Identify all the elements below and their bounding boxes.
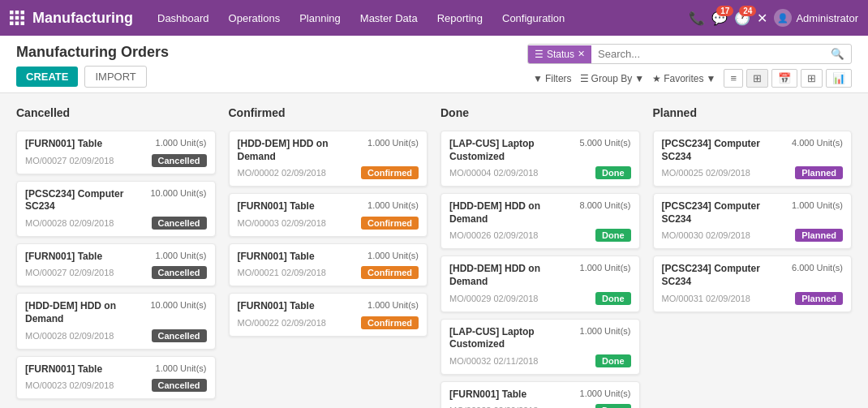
status-badge: Done [595,404,631,408]
kanban-card[interactable]: [FURN001] Table1.000 Unit(s)MO/00022 02/… [229,293,428,337]
kanban-card[interactable]: [PCSC234] Computer SC2344.000 Unit(s)MO/… [653,131,853,187]
kanban-card[interactable]: [HDD-DEM] HDD on Demand8.000 Unit(s)MO/0… [440,193,640,249]
view-toggle: ≡ ⊞ 📅 ⊞ 📊 [724,69,852,88]
kanban-card[interactable]: [FURN001] Table1.000 Unit(s)MO/00023 02/… [440,381,640,408]
kanban-card[interactable]: [FURN001] Table1.000 Unit(s)MO/00003 02/… [229,193,428,237]
card-quantity: 1.000 Unit(s) [580,389,631,398]
import-button[interactable]: IMPORT [84,66,146,88]
search-input[interactable] [591,45,824,63]
messages-icon[interactable]: 💬 17 [711,11,728,26]
subheader-actions: CREATE IMPORT [16,66,169,88]
favorites-button[interactable]: ★ Favorites ▼ [652,73,715,84]
subheader-left: Manufacturing Orders CREATE IMPORT [16,44,169,88]
card-bottom: MO/00026 02/09/2018Done [449,229,631,242]
user-menu[interactable]: 👤 Administrator [774,9,858,27]
kanban-column-done: Done[LAP-CUS] Laptop Customized5.000 Uni… [440,106,640,408]
app-brand: Manufacturing [32,10,133,27]
card-reference: MO/00027 02/09/2018 [25,156,114,165]
card-bottom: MO/00028 02/09/2018Cancelled [25,217,207,230]
svg-rect-8 [21,22,25,26]
filters-button[interactable]: ▼ Filters [533,73,572,84]
kanban-card[interactable]: [FURN001] Table1.000 Unit(s)MO/00023 02/… [16,356,216,400]
kanban-card[interactable]: [FURN001] Table1.000 Unit(s)MO/00021 02/… [229,243,428,287]
search-tag-remove[interactable]: ✕ [578,49,585,59]
menu-operations[interactable]: Operations [221,7,289,29]
card-name: [FURN001] Table [238,251,363,264]
list-view-button[interactable]: ≡ [724,69,743,88]
status-badge: Done [595,354,631,367]
card-quantity: 1.000 Unit(s) [580,326,631,336]
card-top: [FURN001] Table1.000 Unit(s) [238,251,419,264]
card-top: [HDD-DEM] HDD on Demand10.000 Unit(s) [25,300,207,325]
phone-icon[interactable]: 📞 [689,11,705,26]
menu-configuration[interactable]: Configuration [494,7,573,29]
kanban-card[interactable]: [LAP-CUS] Laptop Customized5.000 Unit(s)… [440,131,640,187]
card-bottom: MO/00002 02/09/2018Confirmed [238,166,419,179]
graph-view-button[interactable]: 📊 [826,69,852,88]
card-top: [HDD-DEM] HDD on Demand1.000 Unit(s) [449,263,631,288]
svg-rect-6 [10,22,14,26]
card-quantity: 4.000 Unit(s) [792,138,843,148]
card-reference: MO/00023 02/09/2018 [25,380,114,390]
card-quantity: 1.000 Unit(s) [367,251,419,260]
main-menu: Dashboard Operations Planning Master Dat… [149,7,689,29]
card-top: [PCSC234] Computer SC2346.000 Unit(s) [662,263,844,288]
card-bottom: MO/00021 02/09/2018Confirmed [238,266,419,279]
card-bottom: MO/00023 02/09/2018Cancelled [25,379,207,392]
svg-rect-0 [10,11,14,15]
card-name: [HDD-DEM] HDD on Demand [449,200,575,225]
kanban-column-planned: Planned[PCSC234] Computer SC2344.000 Uni… [653,106,853,408]
card-reference: MO/00022 02/09/2018 [238,318,326,328]
kanban-card[interactable]: [HDD-DEM] HDD on Demand1.000 Unit(s)MO/0… [229,131,428,187]
kanban-card[interactable]: [FURN001] Table1.000 Unit(s)MO/00027 02/… [16,131,216,174]
messages-badge: 17 [716,6,733,16]
page-title: Manufacturing Orders [16,44,169,61]
card-top: [FURN001] Table1.000 Unit(s) [449,389,631,402]
kanban-view-button[interactable]: ⊞ [746,69,768,88]
kanban-card[interactable]: [PCSC234] Computer SC2341.000 Unit(s)MO/… [653,193,853,249]
kanban-card[interactable]: [FURN001] Table1.000 Unit(s)MO/00027 02/… [16,243,216,287]
subheader: Manufacturing Orders CREATE IMPORT ☰ Sta… [0,36,868,93]
menu-master-data[interactable]: Master Data [352,7,426,29]
kanban-card[interactable]: [LAP-CUS] Laptop Customized1.000 Unit(s)… [440,319,640,375]
pivot-view-button[interactable]: ⊞ [801,69,823,88]
card-reference: MO/00026 02/09/2018 [449,230,538,240]
grid-menu-icon[interactable] [10,11,24,25]
card-name: [HDD-DEM] HDD on Demand [25,300,145,325]
activity-icon[interactable]: 🕐 24 [734,11,750,26]
close-icon[interactable]: ✕ [757,11,767,26]
group-by-button[interactable]: ☰ Group By ▼ [580,73,645,84]
card-bottom: MO/00029 02/09/2018Done [449,292,631,305]
card-quantity: 1.000 Unit(s) [580,263,631,273]
kanban-card[interactable]: [HDD-DEM] HDD on Demand10.000 Unit(s)MO/… [16,293,216,349]
calendar-view-button[interactable]: 📅 [771,69,797,88]
kanban-card[interactable]: [PCSC234] Computer SC2346.000 Unit(s)MO/… [653,256,853,311]
card-reference: MO/00031 02/09/2018 [662,294,750,303]
card-name: [FURN001] Table [238,300,363,313]
menu-reporting[interactable]: Reporting [429,7,491,29]
search-submit-button[interactable]: 🔍 [824,45,851,63]
menu-planning[interactable]: Planning [291,7,349,29]
svg-rect-2 [21,11,25,15]
activity-badge: 24 [739,6,756,16]
card-name: [PCSC234] Computer SC234 [662,138,788,163]
card-top: [PCSC234] Computer SC23410.000 Unit(s) [25,188,207,213]
card-quantity: 1.000 Unit(s) [792,200,843,210]
card-quantity: 5.000 Unit(s) [580,138,631,148]
card-name: [PCSC234] Computer SC234 [662,263,788,288]
status-badge: Cancelled [152,217,207,230]
create-button[interactable]: CREATE [16,67,78,87]
menu-dashboard[interactable]: Dashboard [149,7,217,29]
card-top: [HDD-DEM] HDD on Demand1.000 Unit(s) [238,138,419,163]
kanban-card[interactable]: [HDD-DEM] HDD on Demand1.000 Unit(s)MO/0… [440,256,640,311]
status-badge: Cancelled [152,154,207,167]
card-quantity: 1.000 Unit(s) [367,200,419,210]
status-badge: Confirmed [361,217,419,230]
filter-bar: ▼ Filters ☰ Group By ▼ ★ Favorites ▼ ≡ ⊞… [533,69,852,88]
status-badge: Done [595,292,631,305]
column-title-confirmed: Confirmed [229,106,428,122]
card-reference: MO/00025 02/09/2018 [662,168,750,178]
svg-rect-7 [15,22,19,26]
kanban-card[interactable]: [PCSC234] Computer SC23410.000 Unit(s)MO… [16,181,216,237]
kanban-column-cancelled: Cancelled[FURN001] Table1.000 Unit(s)MO/… [16,106,216,408]
